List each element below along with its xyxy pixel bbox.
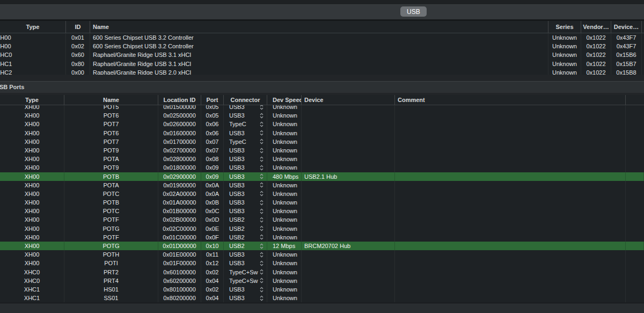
ports-col-connector[interactable]: Connector	[224, 95, 267, 105]
ports-col-type[interactable]: Type	[0, 95, 64, 105]
port-type: XH00	[0, 242, 64, 250]
port-dev-speed: Unknown	[267, 181, 302, 190]
port-connector-value: USB2	[229, 215, 245, 224]
port-connector-popup[interactable]: TypeC+Sw	[224, 276, 267, 285]
port-connector-popup[interactable]: USB2	[224, 224, 267, 233]
port-row[interactable]: XH00POTF0x01C000000x0FUSB2Unknown	[0, 233, 644, 242]
port-location-id: 0x01700000	[158, 137, 201, 146]
port-connector-popup[interactable]: USB3	[224, 105, 267, 111]
port-row[interactable]: XH00POTC0x01B000000x0CUSB3Unknown	[0, 207, 644, 215]
port-name: POT9	[64, 146, 158, 155]
controller-row[interactable]: XHC00x60Raphael/Granite Ridge USB 3.1 xH…	[0, 50, 644, 59]
port-row[interactable]: XHC0PRT20x601000000x02TypeC+SwUnknown	[0, 268, 644, 276]
ports-col-comment[interactable]: Comment	[395, 95, 626, 105]
port-row[interactable]: XH00POT70x017000000x07TypeCUnknown	[0, 137, 644, 146]
port-connector-popup[interactable]: USB3	[224, 285, 267, 294]
port-row[interactable]: XH00POTH0x01E000000x11USB3Unknown	[0, 250, 644, 259]
controllers-col-series[interactable]: Series	[548, 21, 581, 33]
port-connector-popup[interactable]: USB3	[224, 294, 267, 302]
controller-row[interactable]: XH000x02600 Series Chipset USB 3.2 Contr…	[0, 42, 644, 50]
port-row[interactable]: XH00POTA0x019000000x0AUSB3Unknown	[0, 181, 644, 190]
port-location-id: 0x02A00000	[158, 190, 201, 198]
controller-series: Unknown	[548, 50, 581, 59]
controllers-table-header: Type ID Name Series Vendor… Device…	[0, 20, 644, 33]
port-connector-popup[interactable]: USB3	[224, 111, 267, 120]
controller-name: 600 Series Chipset USB 3.2 Controller	[90, 33, 548, 42]
port-row[interactable]: XH00POT50x015000000x05USB3Unknown	[0, 105, 644, 111]
port-connector-popup[interactable]: TypeC+Sw	[224, 268, 267, 276]
connector-stepper-icon	[260, 252, 264, 258]
port-row[interactable]: XH00POT60x016000000x06USB3Unknown	[0, 129, 644, 137]
port-connector-popup[interactable]: USB3	[224, 259, 267, 267]
port-row[interactable]: XH00POT90x027000000x07USB3Unknown	[0, 146, 644, 155]
port-location-id: 0x02500000	[158, 111, 201, 120]
controllers-col-vendor[interactable]: Vendor…	[581, 21, 611, 33]
port-number: 0x0B	[201, 198, 224, 207]
port-row-connected[interactable]: XH00POTG0x01D000000x10USB212 MbpsBRCM207…	[0, 242, 644, 250]
port-dev-speed: Unknown	[267, 146, 302, 155]
port-row[interactable]: XHC0PRT40x602000000x04TypeC+SwUnknown	[0, 276, 644, 285]
port-name: POT6	[64, 129, 158, 137]
port-connector-popup[interactable]: USB2	[224, 215, 267, 224]
port-row[interactable]: XH00POTC0x02A000000x0AUSB3Unknown	[0, 190, 644, 198]
controller-row[interactable]: XHC10x80Raphael/Granite Ridge USB 3.1 xH…	[0, 60, 644, 68]
port-row[interactable]: XH00POT60x025000000x05USB3Unknown	[0, 111, 644, 120]
ports-col-name[interactable]: Name	[64, 95, 158, 105]
port-device	[302, 224, 395, 233]
port-connector-popup[interactable]: TypeC	[224, 137, 267, 146]
port-location-id: 0x80100000	[158, 285, 201, 294]
port-row[interactable]: XH00POTG0x02C000000x0EUSB2Unknown	[0, 224, 644, 233]
controllers-col-name[interactable]: Name	[90, 21, 548, 33]
controllers-col-id[interactable]: ID	[66, 21, 90, 33]
port-type: XH00	[0, 111, 64, 120]
port-connector-popup[interactable]: TypeC	[224, 120, 267, 128]
port-spacer	[626, 224, 644, 233]
port-device	[302, 294, 395, 302]
port-connector-popup[interactable]: USB3	[224, 155, 267, 163]
port-type: XH00	[0, 233, 64, 242]
port-number: 0x0E	[201, 224, 224, 233]
controller-vendor-id: 0x1022	[581, 42, 611, 50]
port-device	[302, 198, 395, 207]
port-row[interactable]: XHC1SS010x802000000x04USB3Unknown	[0, 294, 644, 302]
port-row[interactable]: XH00POT90x018000000x09USB3Unknown	[0, 163, 644, 172]
controller-row[interactable]: XH000x01600 Series Chipset USB 3.2 Contr…	[0, 33, 644, 42]
ports-col-device[interactable]: Device	[302, 95, 395, 105]
port-row[interactable]: XH00POTI0x01F000000x12USB3Unknown	[0, 259, 644, 267]
controllers-col-device[interactable]: Device…	[611, 21, 642, 33]
port-row[interactable]: XHC1HS010x801000000x02USB3Unknown	[0, 285, 644, 294]
controllers-col-type[interactable]: Type	[0, 21, 66, 33]
connector-stepper-icon	[260, 260, 264, 266]
connector-stepper-icon	[260, 208, 264, 214]
ports-col-dev-speed[interactable]: Dev Speed	[267, 95, 302, 105]
port-connector-popup[interactable]: USB3	[224, 146, 267, 155]
port-connector-popup[interactable]: USB2	[224, 233, 267, 242]
port-connector-popup[interactable]: USB3	[224, 207, 267, 215]
port-connector-popup[interactable]: USB3	[224, 198, 267, 207]
port-row[interactable]: XH00POT70x026000000x06TypeCUnknown	[0, 120, 644, 128]
connector-stepper-icon	[260, 278, 264, 283]
port-connector-popup[interactable]: USB3	[224, 163, 267, 172]
port-row[interactable]: XH00POTA0x028000000x08USB3Unknown	[0, 155, 644, 163]
ports-col-port[interactable]: Port	[201, 95, 224, 105]
port-row-connected[interactable]: XH00POTB0x029000000x09USB3480 MbpsUSB2.1…	[0, 172, 644, 181]
port-location-id: 0x01800000	[158, 163, 201, 172]
port-connector-popup[interactable]: USB3	[224, 181, 267, 190]
port-connector-popup[interactable]: USB3	[224, 250, 267, 259]
port-comment	[395, 137, 626, 146]
port-number: 0x0A	[201, 181, 224, 190]
port-dev-speed: Unknown	[267, 198, 302, 207]
port-location-id: 0x01E00000	[158, 250, 201, 259]
port-row[interactable]: XH00POTF0x02B000000x0DUSB2Unknown	[0, 215, 644, 224]
port-connector-popup[interactable]: USB3	[224, 129, 267, 137]
port-row[interactable]: XH00POTB0x01A000000x0BUSB3Unknown	[0, 198, 644, 207]
port-type: XHC0	[0, 276, 64, 285]
port-connector-popup[interactable]: USB3	[224, 190, 267, 198]
port-device	[302, 207, 395, 215]
controller-row[interactable]: XHC20x00Raphael/Granite Ridge USB 2.0 xH…	[0, 68, 644, 75]
ports-col-location-id[interactable]: Location ID	[158, 95, 201, 105]
tab-usb[interactable]: USB	[400, 6, 427, 17]
port-connector-value: USB3	[229, 207, 245, 215]
port-connector-popup[interactable]: USB2	[224, 242, 267, 250]
port-connector-popup[interactable]: USB3	[224, 172, 267, 181]
